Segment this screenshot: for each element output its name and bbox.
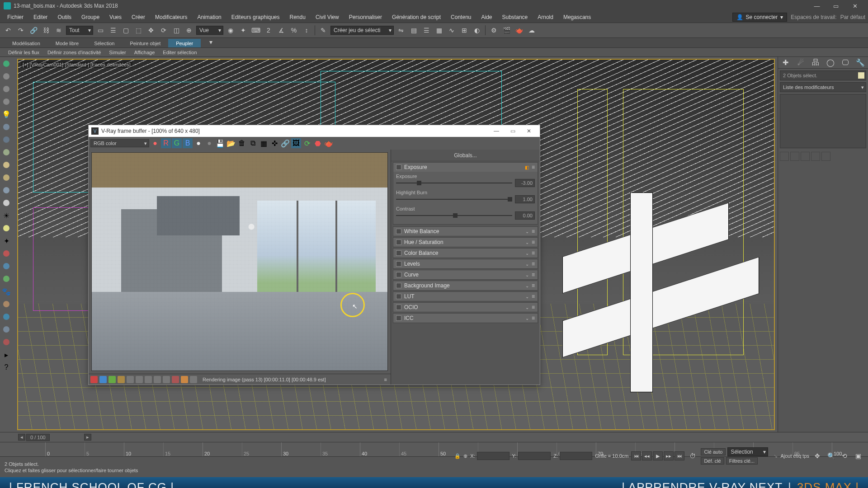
menu-modificateurs[interactable]: Modificateurs bbox=[151, 13, 192, 22]
key-filter-dropdown[interactable]: Sélection bbox=[727, 447, 768, 456]
vfb-red-button[interactable]: R bbox=[161, 138, 171, 148]
pivot-button[interactable]: ◉ bbox=[225, 25, 236, 36]
time-slider-prev[interactable]: ◂ bbox=[18, 434, 25, 441]
vray-frame-buffer-window[interactable]: V V-Ray frame buffer - [100% of 640 x 48… bbox=[88, 125, 540, 385]
modifier-list-dropdown[interactable]: Liste des modificateurs bbox=[780, 82, 866, 92]
align-button[interactable]: ▤ bbox=[408, 25, 419, 36]
panel-checkbox[interactable] bbox=[396, 294, 401, 299]
vfb-sb-5[interactable] bbox=[127, 376, 134, 383]
rect-region-button[interactable]: ▢ bbox=[120, 25, 131, 36]
panel-header[interactable]: Color Balance⌄≡ bbox=[393, 249, 538, 258]
remove-mod-button[interactable] bbox=[811, 152, 820, 161]
vfb-sb-6[interactable] bbox=[136, 376, 143, 383]
workspace-value[interactable]: Par défaut bbox=[840, 14, 865, 20]
rotate-button[interactable]: ⟳ bbox=[158, 25, 169, 36]
hierarchy-tab-icon[interactable]: 品 bbox=[811, 58, 820, 67]
vfb-titlebar[interactable]: V V-Ray frame buffer - [100% of 640 x 48… bbox=[89, 125, 540, 137]
place-button[interactable]: ⊕ bbox=[184, 25, 194, 36]
layers-button[interactable]: ☰ bbox=[421, 25, 432, 36]
add-time-tag[interactable]: Ajout étiq tps bbox=[780, 453, 809, 459]
menu-civil-view[interactable]: Civil View bbox=[311, 13, 344, 22]
mirror-button[interactable]: ⇋ bbox=[396, 25, 406, 36]
link-button[interactable]: 🔗 bbox=[28, 25, 39, 36]
vfb-sb-8[interactable] bbox=[154, 376, 161, 383]
lt-12[interactable] bbox=[1, 198, 11, 208]
vfb-sb-3[interactable] bbox=[108, 376, 116, 383]
highlight-slider[interactable] bbox=[396, 199, 512, 200]
manip-button[interactable]: ✦ bbox=[238, 25, 249, 36]
vfb-save-icon[interactable]: 💾 bbox=[215, 138, 225, 148]
menu-creer[interactable]: Créer bbox=[127, 13, 150, 22]
modify-tab-icon[interactable]: ☄ bbox=[796, 58, 805, 67]
viewport-label[interactable]: [+] [VRayCam001] [Standard ] [Faces déli… bbox=[21, 61, 132, 68]
minimize-button[interactable]: — bbox=[807, 1, 826, 11]
vfb-clear-icon[interactable]: 🗑 bbox=[237, 138, 247, 148]
motion-tab-icon[interactable]: ◯ bbox=[826, 58, 835, 67]
panel-header[interactable]: Hue / Saturation⌄≡ bbox=[393, 238, 538, 247]
lt-11[interactable] bbox=[1, 185, 11, 195]
vfb-refresh-icon[interactable]: ⟳ bbox=[302, 138, 312, 148]
vfb-copy-icon[interactable]: ⧉ bbox=[248, 138, 258, 148]
vfb-sb-12[interactable] bbox=[190, 376, 197, 383]
menu-personnaliser[interactable]: Personnaliser bbox=[344, 13, 387, 22]
select-object-button[interactable]: ▭ bbox=[95, 25, 106, 36]
lt-23[interactable] bbox=[1, 337, 11, 347]
subribbon-affichage[interactable]: Affichage bbox=[131, 49, 159, 56]
menu-rendu[interactable]: Rendu bbox=[285, 13, 310, 22]
vfb-sb-10[interactable] bbox=[172, 376, 179, 383]
panel-checkbox[interactable] bbox=[396, 272, 401, 277]
close-button[interactable]: ✕ bbox=[845, 1, 864, 11]
panel-checkbox[interactable] bbox=[396, 229, 401, 234]
menu-editer[interactable]: Editer bbox=[29, 13, 52, 22]
subribbon-simuler[interactable]: Simuler bbox=[105, 49, 129, 56]
tab-peupler[interactable]: Peupler bbox=[168, 39, 201, 47]
subribbon-editer[interactable]: Editer sélection bbox=[159, 49, 200, 56]
add-keys-icon[interactable]: ⊕ bbox=[463, 453, 467, 459]
subribbon-flux[interactable]: Définir les flux bbox=[5, 49, 43, 56]
vfb-sb-1[interactable] bbox=[90, 376, 98, 383]
vfb-sb-4[interactable] bbox=[118, 376, 125, 383]
vfb-cc-icon[interactable]: 🖼 bbox=[291, 138, 301, 148]
panel-checkbox[interactable] bbox=[396, 261, 401, 267]
panel-header[interactable]: LUT⌄≡ bbox=[393, 292, 538, 301]
lt-18[interactable] bbox=[1, 274, 11, 284]
unlink-button[interactable]: ⛓ bbox=[41, 25, 52, 36]
lt-21[interactable] bbox=[1, 312, 11, 322]
utilities-tab-icon[interactable]: 🔧 bbox=[856, 58, 865, 67]
subribbon-zones[interactable]: Définir zones d'inactivité bbox=[44, 49, 104, 56]
lt-16[interactable] bbox=[1, 249, 11, 258]
vfb-rgb-icon[interactable]: ● bbox=[150, 138, 160, 148]
lt-22[interactable] bbox=[1, 324, 11, 334]
panel-header[interactable]: OCIO⌄≡ bbox=[393, 303, 538, 312]
move-button[interactable]: ✥ bbox=[146, 25, 156, 36]
vp-zoom-button[interactable]: 🔍 bbox=[826, 450, 836, 461]
lt-17[interactable] bbox=[1, 261, 11, 271]
lt-9[interactable] bbox=[1, 160, 11, 170]
time-config-button[interactable]: ⏱ bbox=[687, 450, 698, 461]
display-tab-icon[interactable]: 🖵 bbox=[841, 58, 850, 67]
render-button[interactable]: 🫖 bbox=[514, 25, 524, 36]
highlight-value[interactable]: 1.00 bbox=[515, 195, 535, 203]
menu-substance[interactable]: Substance bbox=[498, 13, 533, 22]
edit-sel-set-button[interactable]: ✎ bbox=[318, 25, 329, 36]
spinner-snap-button[interactable]: ↕ bbox=[301, 25, 312, 36]
lt-3[interactable] bbox=[1, 84, 11, 94]
modifier-stack[interactable] bbox=[780, 94, 866, 148]
pin-stack-button[interactable] bbox=[780, 152, 789, 161]
contrast-slider[interactable] bbox=[396, 215, 512, 216]
toggle-ribbon-button[interactable]: ▦ bbox=[434, 25, 444, 36]
panel-checkbox[interactable] bbox=[396, 283, 401, 288]
panel-header[interactable]: Curve⌄≡ bbox=[393, 270, 538, 279]
redo-button[interactable]: ↷ bbox=[15, 25, 26, 36]
vfb-minimize-button[interactable]: — bbox=[488, 127, 505, 136]
panel-header[interactable]: Levels⌄≡ bbox=[393, 259, 538, 268]
render-frame-button[interactable]: 🎬 bbox=[501, 25, 512, 36]
coord-z-input[interactable] bbox=[560, 452, 592, 460]
lt-arrow-icon[interactable]: ▸ bbox=[1, 350, 11, 360]
contrast-value[interactable]: 0.00 bbox=[515, 211, 535, 220]
lock-icon[interactable]: 🔒 bbox=[454, 453, 461, 459]
play-button[interactable]: ▶ bbox=[653, 451, 663, 460]
menu-aide[interactable]: Aide bbox=[476, 13, 496, 22]
create-tab-icon[interactable]: ✚ bbox=[781, 58, 790, 67]
exposure-slider[interactable] bbox=[396, 183, 512, 183]
